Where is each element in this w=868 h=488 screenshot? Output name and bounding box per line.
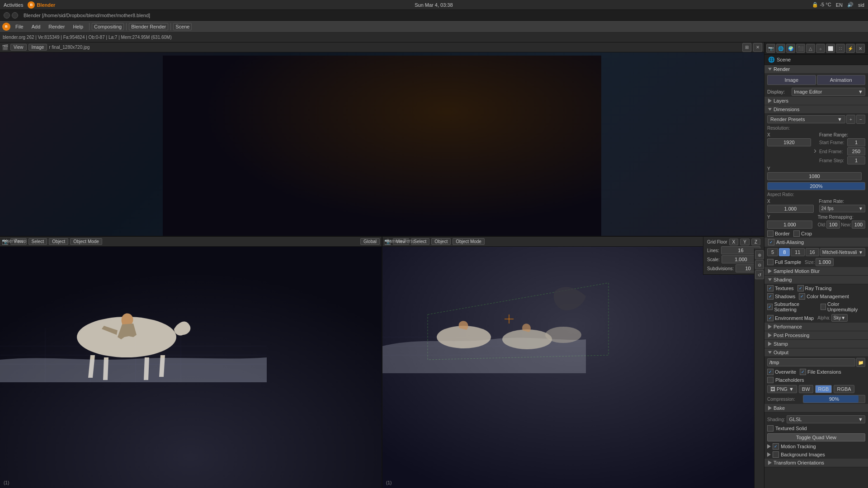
motion-tracking-checkbox[interactable] xyxy=(773,443,779,450)
shading-mode-select[interactable]: GLSL ▼ xyxy=(787,415,865,423)
asp-y-field[interactable]: 1.000 xyxy=(767,221,812,229)
aa-checkbox[interactable] xyxy=(768,239,774,245)
rp-icon-particle[interactable]: ∷ xyxy=(836,44,845,53)
system-volume[interactable]: 🔊 xyxy=(847,2,854,8)
vp-side-icon-3[interactable]: ↺ xyxy=(755,270,764,279)
rp-icon-camera[interactable]: 📷 xyxy=(766,44,775,53)
color-btn-rgba[interactable]: RGBA xyxy=(834,385,854,393)
workspace-selector[interactable]: Compositing xyxy=(92,23,124,30)
env-map-checkbox[interactable] xyxy=(767,315,774,321)
res-x-field[interactable]: 1920 xyxy=(767,138,811,146)
render-presets-del[interactable]: − xyxy=(856,115,865,124)
window-btn-min[interactable] xyxy=(12,12,18,19)
performance-section[interactable]: Performance xyxy=(764,323,868,331)
render-animation-button[interactable]: Animation xyxy=(817,75,866,85)
textures-checkbox[interactable] xyxy=(767,285,774,291)
activities-label[interactable]: Activities xyxy=(4,2,23,8)
sss-checkbox[interactable] xyxy=(767,304,773,310)
render-image-button[interactable]: Image xyxy=(767,75,816,85)
vp-right-object-btn[interactable]: Object xyxy=(431,238,451,245)
alpha-select[interactable]: Sky ▼ xyxy=(831,314,848,322)
render-section-title[interactable]: Render xyxy=(764,65,868,73)
scene-select[interactable]: Scene xyxy=(173,23,192,30)
aa-btn-11[interactable]: 11 xyxy=(791,248,804,256)
frame-rate-select[interactable]: 24 fps ▼ xyxy=(819,205,866,212)
grid-x-btn[interactable]: X xyxy=(729,239,739,245)
output-section[interactable]: Output xyxy=(764,348,868,357)
new-val-field[interactable]: 100 xyxy=(852,221,865,229)
rp-icon-mesh[interactable]: △ xyxy=(806,44,815,53)
old-val-field[interactable]: 100 xyxy=(826,221,840,229)
shading-section[interactable]: Shading xyxy=(764,276,868,284)
aa-filter-select[interactable]: Mitchell-Netravali ▼ xyxy=(820,248,865,256)
display-select[interactable]: Image Editor ▼ xyxy=(792,88,865,96)
render-icon-2[interactable]: ✕ xyxy=(753,43,762,52)
color-btn-bw[interactable]: BW xyxy=(799,385,813,393)
blender-menu-logo[interactable]: B xyxy=(2,22,11,31)
shadows-checkbox[interactable] xyxy=(767,293,774,300)
engine-selector[interactable]: Blender Render xyxy=(129,23,168,30)
aa-btn-8[interactable]: 8 xyxy=(779,248,790,256)
layers-section[interactable]: Layers xyxy=(764,97,868,105)
menu-item-add[interactable]: Add xyxy=(28,23,44,30)
grid-y-btn[interactable]: Y xyxy=(740,239,750,245)
color-unpre-checkbox[interactable] xyxy=(821,304,826,310)
window-btn-close[interactable] xyxy=(4,12,10,19)
transform-orient-section[interactable]: Transform Orientations xyxy=(764,459,868,467)
frame-step-field[interactable]: 1 xyxy=(847,156,865,164)
vp-left-mode-btn[interactable]: Object Mode xyxy=(70,238,102,245)
output-path-field[interactable]: /tmp xyxy=(767,358,855,366)
blender-logo[interactable]: B xyxy=(28,1,35,9)
crop-checkbox[interactable] xyxy=(793,230,800,237)
viewport-right[interactable]: 📷 View Select Object Object Mode Global xyxy=(382,237,764,488)
rp-icon-mat[interactable]: ⬦ xyxy=(816,44,825,53)
menu-item-file[interactable]: File xyxy=(12,23,27,30)
render-presets-add[interactable]: + xyxy=(846,115,855,124)
system-language[interactable]: EN xyxy=(836,2,843,8)
overwrite-checkbox[interactable] xyxy=(767,369,774,375)
workspace-select[interactable]: Compositing xyxy=(92,23,124,30)
viewport-left[interactable]: 📷 View Select Object Object Mode Global xyxy=(0,237,382,488)
aa-btn-5[interactable]: 5 xyxy=(767,248,778,256)
asp-x-field[interactable]: 1.000 xyxy=(767,205,814,213)
aa-btn-16[interactable]: 16 xyxy=(806,248,819,256)
rp-icon-physics[interactable]: ⚡ xyxy=(846,44,855,53)
post-processing-section[interactable]: Post Processing xyxy=(764,331,868,340)
rp-icon-scene[interactable]: 🌐 xyxy=(776,44,785,53)
file-ext-checkbox[interactable] xyxy=(800,369,806,375)
aa-section[interactable]: Anti-Aliasing xyxy=(764,238,868,247)
ray-tracing-checkbox[interactable] xyxy=(797,285,804,291)
bake-section[interactable]: Bake xyxy=(764,404,868,413)
vp-left-select-btn[interactable]: Select xyxy=(28,238,47,245)
rp-icon-tex[interactable]: ⬜ xyxy=(826,44,835,53)
render-presets-select[interactable]: Render Presets ▼ xyxy=(767,115,845,123)
render-view-btn[interactable]: View xyxy=(10,44,27,51)
border-checkbox[interactable] xyxy=(767,230,774,237)
stamp-section[interactable]: Stamp xyxy=(764,340,868,348)
engine-select[interactable]: Blender Render xyxy=(129,23,168,30)
dimensions-section[interactable]: Dimensions xyxy=(764,105,868,114)
menu-item-render[interactable]: Render xyxy=(45,23,68,30)
bg-images-checkbox[interactable] xyxy=(773,451,779,458)
toggle-quad-btn[interactable]: Toggle Quad View xyxy=(767,433,865,441)
rp-icon-obj[interactable]: ⬛ xyxy=(796,44,805,53)
resolution-percent-bar[interactable]: 200% xyxy=(767,182,865,190)
panel-scene-header[interactable]: 🌐 Scene xyxy=(764,55,868,65)
compression-bar[interactable]: 90% xyxy=(803,395,865,403)
textured-solid-checkbox[interactable] xyxy=(767,425,774,432)
vp-left-global-btn[interactable]: Global xyxy=(360,238,380,245)
size-val[interactable]: 1.000 xyxy=(816,258,834,266)
render-icon-1[interactable]: ⊞ xyxy=(742,43,751,52)
vp-side-icon-2[interactable]: ⊖ xyxy=(755,260,764,269)
menu-item-help[interactable]: Help xyxy=(69,23,87,30)
rp-icon-world[interactable]: 🌍 xyxy=(786,44,795,53)
motion-blur-section[interactable]: Sampled Motion Blur xyxy=(764,267,868,276)
color-btn-rgb[interactable]: RGB xyxy=(815,385,832,393)
color-mgmt-checkbox[interactable] xyxy=(799,293,805,300)
vp-right-mode-btn[interactable]: Object Mode xyxy=(453,238,485,245)
vp-left-object-btn[interactable]: Object xyxy=(49,238,68,245)
placeholders-checkbox[interactable] xyxy=(767,377,774,383)
grid-z-btn[interactable]: Z xyxy=(751,239,760,245)
output-path-browse[interactable]: 📁 xyxy=(856,358,865,367)
rp-icon-close[interactable]: ✕ xyxy=(856,44,865,53)
